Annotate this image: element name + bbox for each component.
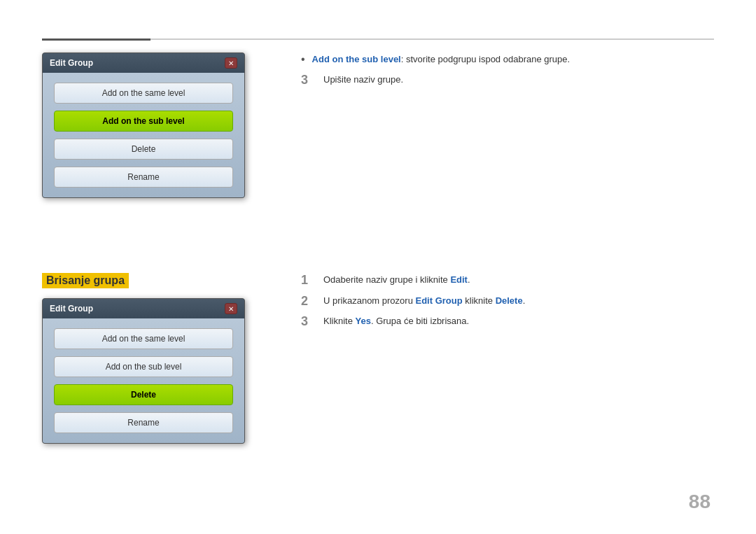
btn-delete-2[interactable]: Delete — [54, 384, 233, 405]
section1-right: • Add on the sub level: stvorite podgrup… — [301, 52, 714, 93]
btn-add-sub-level-2[interactable]: Add on the sub level — [54, 356, 233, 377]
section2-heading-wrapper: Brisanje grupa — [42, 273, 280, 298]
step-num-1-s2: 1 — [301, 273, 314, 288]
btn-rename-1[interactable]: Rename — [54, 167, 233, 188]
link-yes-s2: Yes — [356, 316, 371, 326]
page-number: 88 — [689, 491, 710, 513]
dialog-title-2: Edit Group — [50, 304, 93, 314]
section2-heading: Brisanje grupa — [42, 273, 129, 288]
section2-left: Brisanje grupa Edit Group ✕ Add on the s… — [42, 273, 280, 444]
step-row-2-section2: 2 U prikazanom prozoru Edit Group klikni… — [301, 294, 714, 309]
step-text-2-s2: U prikazanom prozoru Edit Group kliknite… — [323, 294, 714, 308]
section1-left: Edit Group ✕ Add on the same level Add o… — [42, 52, 280, 198]
link-delete-s2: Delete — [496, 295, 523, 306]
btn-add-same-level-1[interactable]: Add on the same level — [54, 83, 233, 104]
step-text-3-s1: Upišite naziv grupe. — [323, 73, 714, 87]
link-edit-s2-1: Edit — [450, 274, 468, 285]
dialog-body-1: Add on the same level Add on the sub lev… — [43, 73, 244, 197]
step-text-1-s2: Odaberite naziv grupe i kliknite Edit. — [323, 273, 714, 287]
dialog-close-button-1[interactable]: ✕ — [225, 57, 237, 69]
btn-add-same-level-2[interactable]: Add on the same level — [54, 328, 233, 349]
bullet-dot-1: • — [301, 52, 305, 67]
section2-right: 1 Odaberite naziv grupe i kliknite Edit.… — [301, 273, 714, 335]
link-add-sub-level: Add on the sub level — [312, 54, 401, 64]
dialog-title-1: Edit Group — [50, 58, 93, 68]
bullet-text-1: Add on the sub level: stvorite podgrupu … — [312, 52, 570, 66]
bullet-instruction-1: • Add on the sub level: stvorite podgrup… — [301, 52, 714, 67]
btn-rename-2[interactable]: Rename — [54, 412, 233, 433]
step-row-3-section2: 3 Kliknite Yes. Grupa će biti izbrisana. — [301, 314, 714, 330]
step-num-3-s2: 3 — [301, 314, 314, 330]
link-edit-group-s2: Edit Group — [416, 295, 463, 306]
dialog-titlebar-1: Edit Group ✕ — [43, 53, 244, 73]
step-text-3-s2: Kliknite Yes. Grupa će biti izbrisana. — [323, 314, 714, 328]
dialog-window-2: Edit Group ✕ Add on the same level Add o… — [42, 298, 245, 444]
step-row-1-section2: 1 Odaberite naziv grupe i kliknite Edit. — [301, 273, 714, 288]
step-num-2-s2: 2 — [301, 294, 314, 309]
btn-delete-1[interactable]: Delete — [54, 139, 233, 160]
step-row-3-section1: 3 Upišite naziv grupe. — [301, 73, 714, 88]
step-num-3-s1: 3 — [301, 73, 314, 88]
dialog-body-2: Add on the same level Add on the sub lev… — [43, 318, 244, 443]
top-rule-dark — [42, 38, 150, 41]
dialog-close-button-2[interactable]: ✕ — [225, 303, 237, 314]
bullet-text-content: : stvorite podgrupu ispod odabrane grupe… — [401, 54, 570, 64]
dialog-window-1: Edit Group ✕ Add on the same level Add o… — [42, 52, 245, 198]
btn-add-sub-level-1[interactable]: Add on the sub level — [54, 111, 233, 132]
dialog-titlebar-2: Edit Group ✕ — [43, 299, 244, 318]
